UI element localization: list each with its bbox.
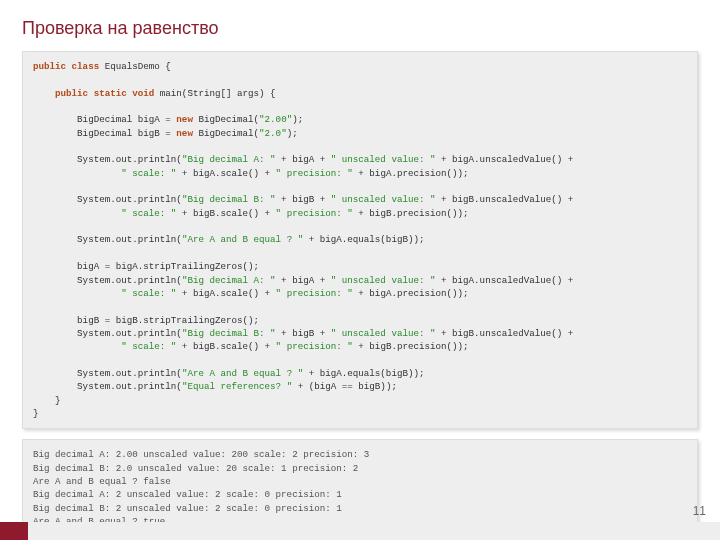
page-number: 11 [693,504,706,518]
keyword: public class [33,61,99,72]
footer-bar [0,522,720,540]
footer-accent [0,522,28,540]
keyword: public static void [33,88,154,99]
slide: Проверка на равенство public class Equal… [0,0,720,540]
code-block: public class EqualsDemo { public static … [22,51,698,429]
slide-title: Проверка на равенство [22,18,698,39]
